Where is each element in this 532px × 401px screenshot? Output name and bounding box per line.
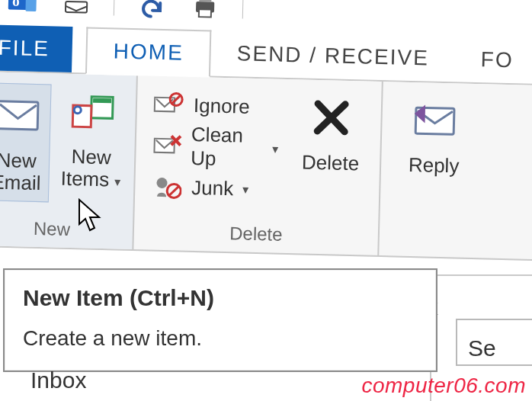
new-items-icon — [59, 85, 126, 140]
delete-label: Delete — [292, 151, 370, 175]
new-email-button[interactable]: New Email — [0, 82, 52, 202]
print-icon[interactable] — [189, 0, 222, 23]
outlook-icon: o — [7, 0, 40, 18]
group-delete-caption: Delete — [133, 216, 378, 255]
ignore-button[interactable]: Ignore — [147, 87, 284, 125]
tab-home[interactable]: HOME — [85, 27, 211, 78]
svg-point-17 — [156, 178, 167, 188]
cleanup-label: Clean Up — [191, 123, 264, 172]
separator — [242, 0, 244, 19]
tooltip: New Item (Ctrl+N) Create a new item. — [3, 268, 437, 372]
svg-line-19 — [169, 186, 178, 195]
reply-label: Reply — [392, 153, 476, 177]
delete-button[interactable]: Delete — [292, 90, 371, 175]
cleanup-icon — [151, 131, 182, 161]
new-email-label: New Email — [0, 149, 49, 194]
reply-button[interactable]: Reply — [392, 92, 478, 177]
junk-label: Junk — [191, 175, 234, 200]
delete-icon — [293, 90, 371, 145]
cleanup-button[interactable]: Clean Up ▾ — [146, 128, 284, 166]
tab-file[interactable]: FILE — [0, 24, 73, 72]
tooltip-title: New Item (Ctrl+N) — [23, 285, 418, 311]
chevron-down-icon: ▾ — [272, 141, 278, 156]
reply-icon — [393, 92, 478, 148]
group-new: New Email New Items ▾ New — [0, 72, 138, 249]
nav-inbox[interactable]: Inbox — [30, 367, 86, 393]
new-items-button[interactable]: New Items ▾ — [58, 85, 125, 191]
ignore-icon — [152, 90, 185, 120]
send-receive-icon[interactable] — [60, 0, 93, 20]
svg-rect-2 — [25, 0, 37, 11]
tab-send-receive[interactable]: SEND / RECEIVE — [210, 30, 455, 82]
search-placeholder: Se — [468, 335, 496, 361]
watermark: computer06.com — [361, 374, 526, 398]
junk-button[interactable]: Junk ▾ — [146, 168, 283, 207]
group-delete: Ignore Clean Up ▾ — [133, 75, 383, 255]
svg-rect-6 — [199, 9, 211, 17]
svg-rect-7 — [0, 101, 38, 130]
cursor-icon — [76, 198, 105, 238]
chevron-down-icon: ▾ — [114, 175, 120, 188]
group-new-caption: New — [0, 212, 133, 249]
junk-icon — [150, 172, 183, 202]
group-respond: Reply — [379, 82, 532, 260]
separator — [114, 0, 115, 15]
chevron-down-icon: ▾ — [242, 181, 248, 196]
mail-icon — [0, 88, 50, 143]
undo-icon[interactable] — [136, 0, 168, 21]
tab-folder[interactable]: FO — [454, 36, 532, 84]
svg-text:o: o — [12, 0, 20, 9]
ignore-label: Ignore — [194, 93, 250, 118]
svg-rect-5 — [199, 0, 211, 2]
new-items-label: New Items ▾ — [58, 146, 123, 191]
svg-rect-9 — [93, 98, 111, 104]
tooltip-body: Create a new item. — [23, 326, 418, 351]
